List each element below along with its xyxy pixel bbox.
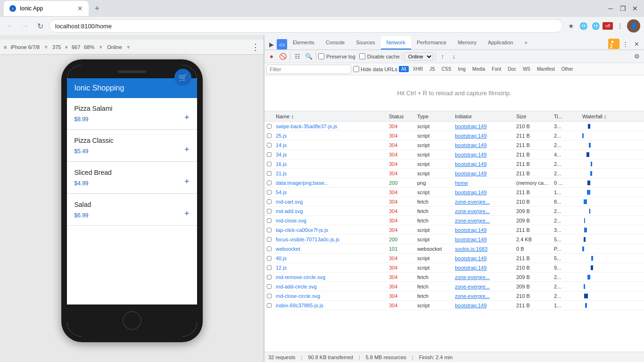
tab-close-button[interactable]: ✕ xyxy=(77,5,83,12)
disable-cache-label[interactable]: Disable cache xyxy=(359,53,400,59)
table-row[interactable]: md-add.svg 304 fetch zone-evergre... 209… xyxy=(264,206,644,216)
back-button[interactable]: ← xyxy=(4,20,16,32)
row-initiator[interactable]: sockjs.js:1683 xyxy=(453,246,514,252)
row-checkbox[interactable] xyxy=(267,171,272,176)
table-row[interactable]: md-close.svg 304 fetch zone-evergre... 2… xyxy=(264,216,644,225)
filter-button[interactable]: ☷ xyxy=(292,51,303,62)
zoom-select[interactable]: 68% xyxy=(84,44,94,50)
extension-icon3[interactable]: off xyxy=(603,22,613,30)
devtools-settings-icon[interactable]: ⋮ xyxy=(619,38,631,49)
row-checkbox[interactable] xyxy=(267,294,272,298)
row-checkbox[interactable] xyxy=(267,218,272,223)
browser-tab-active[interactable]: I Ionic App ✕ xyxy=(4,1,89,16)
col-type[interactable]: Type xyxy=(415,114,453,119)
new-tab-button[interactable]: + xyxy=(91,2,104,15)
phone-home-button[interactable] xyxy=(123,311,141,330)
row-initiator[interactable]: bootstrap:149 xyxy=(453,255,514,261)
filter-type-media[interactable]: Media xyxy=(470,66,487,72)
table-row[interactable]: md-cart.svg 304 fetch zone-evergre... 21… xyxy=(264,197,644,206)
row-initiator[interactable]: zone-evergre... xyxy=(453,218,514,223)
add-product-button[interactable]: + xyxy=(184,209,190,219)
preserve-log-label[interactable]: Preserve log xyxy=(318,53,355,59)
device-more-options[interactable]: ⋮ xyxy=(251,42,260,52)
row-initiator[interactable]: zone-evergre... xyxy=(453,284,514,289)
table-row[interactable]: 54.js 304 script bootstrap:149 211 B 1..… xyxy=(264,188,644,197)
row-checkbox[interactable] xyxy=(267,190,272,195)
row-checkbox[interactable] xyxy=(267,124,272,129)
cart-button[interactable]: 🛒 xyxy=(174,69,191,86)
tab-memory[interactable]: Memory xyxy=(452,36,482,49)
col-waterfall[interactable]: Waterfall ↕ xyxy=(580,114,644,119)
row-initiator[interactable]: zone-evergre... xyxy=(453,274,514,280)
filter-type-doc[interactable]: Doc xyxy=(505,66,519,72)
tab-network[interactable]: Network xyxy=(381,36,411,49)
hide-data-urls-checkbox[interactable] xyxy=(353,66,359,72)
filter-type-ws[interactable]: WS xyxy=(520,66,533,72)
network-select[interactable]: Online xyxy=(107,44,122,50)
filter-input[interactable] xyxy=(266,65,351,74)
import-har-button[interactable]: ↑ xyxy=(438,51,448,62)
row-checkbox[interactable] xyxy=(267,265,272,270)
restore-button[interactable]: ❐ xyxy=(618,3,628,14)
filter-type-css[interactable]: CSS xyxy=(439,66,454,72)
row-checkbox[interactable] xyxy=(267,162,272,166)
refresh-button[interactable]: ↻ xyxy=(34,20,46,32)
add-product-button[interactable]: + xyxy=(184,177,190,187)
close-button[interactable]: ✕ xyxy=(630,3,640,14)
preserve-log-checkbox[interactable] xyxy=(318,53,324,59)
devtools-close-icon[interactable]: ✕ xyxy=(631,38,642,49)
row-initiator[interactable]: home xyxy=(453,180,514,186)
tab-elements[interactable]: Elements xyxy=(287,36,320,49)
row-checkbox[interactable] xyxy=(267,143,272,148)
tab-performance[interactable]: Performance xyxy=(411,36,452,49)
disable-cache-checkbox[interactable] xyxy=(359,53,365,59)
filter-type-js[interactable]: JS xyxy=(427,66,438,72)
hide-data-urls-label[interactable]: Hide data URLs All xyxy=(353,66,409,72)
row-initiator[interactable]: bootstrap:149 xyxy=(453,303,514,308)
table-row[interactable]: data:image/png;base... 200 png home (mem… xyxy=(264,178,644,188)
profile-avatar[interactable]: 👤 xyxy=(627,19,640,33)
col-name[interactable]: Name ↕ xyxy=(274,114,387,119)
tab-application[interactable]: Application xyxy=(482,36,519,49)
export-har-button[interactable]: ↓ xyxy=(449,51,459,62)
row-initiator[interactable]: bootstrap:149 xyxy=(453,171,514,176)
table-row[interactable]: focus-visible-70713a0c-js.js 200 script … xyxy=(264,235,644,244)
row-initiator[interactable]: bootstrap:149 xyxy=(453,237,514,242)
row-checkbox[interactable] xyxy=(267,284,272,289)
row-checkbox[interactable] xyxy=(267,237,272,242)
row-checkbox[interactable] xyxy=(267,256,272,261)
row-checkbox[interactable] xyxy=(267,275,272,280)
col-initiator[interactable]: Initiator xyxy=(453,114,514,119)
filter-type-other[interactable]: Other xyxy=(559,66,576,72)
row-initiator[interactable]: bootstrap:149 xyxy=(453,227,514,233)
row-initiator[interactable]: zone-evergre... xyxy=(453,293,514,299)
row-initiator[interactable]: bootstrap:149 xyxy=(453,152,514,157)
device-select-icon[interactable]: ≡ xyxy=(4,44,7,50)
add-product-button[interactable]: + xyxy=(184,113,190,123)
row-initiator[interactable]: bootstrap:149 xyxy=(453,189,514,195)
record-button[interactable]: ● xyxy=(266,51,277,62)
row-initiator[interactable]: bootstrap:149 xyxy=(453,265,514,271)
row-initiator[interactable]: zone-evergre... xyxy=(453,208,514,214)
table-row[interactable]: 34.js 304 script bootstrap:149 211 B 4..… xyxy=(264,150,644,159)
add-product-button[interactable]: + xyxy=(184,145,190,155)
menu-icon[interactable]: ⋮ xyxy=(615,21,625,31)
devtools-inspect-icon[interactable]: ▭ xyxy=(277,39,287,49)
table-row[interactable]: websocket 101 websocket sockjs.js:1683 0… xyxy=(264,244,644,254)
bookmark-icon[interactable]: ★ xyxy=(566,21,576,31)
stop-button[interactable]: 🚫 xyxy=(278,51,288,62)
network-settings-button[interactable]: ⚙ xyxy=(632,51,642,62)
row-checkbox[interactable] xyxy=(267,247,272,251)
tab-console[interactable]: Console xyxy=(320,36,350,49)
filter-type-xhr[interactable]: XHR xyxy=(411,66,425,72)
row-initiator[interactable]: zone-evergre... xyxy=(453,199,514,205)
row-checkbox[interactable] xyxy=(267,133,272,138)
devtools-cursor-icon[interactable]: ▶ xyxy=(266,39,277,49)
table-row[interactable]: md-remove-circle.svg 304 fetch zone-ever… xyxy=(264,272,644,282)
table-row[interactable]: 21.js 304 script bootstrap:149 211 B 2..… xyxy=(264,169,644,178)
row-checkbox[interactable] xyxy=(267,228,272,232)
tab-more[interactable]: » xyxy=(519,36,533,49)
table-row[interactable]: index-69c37885-js.js 304 script bootstra… xyxy=(264,301,644,310)
minimize-button[interactable]: ─ xyxy=(605,3,616,14)
table-row[interactable]: 14.js 304 script bootstrap:149 211 B 2..… xyxy=(264,140,644,150)
